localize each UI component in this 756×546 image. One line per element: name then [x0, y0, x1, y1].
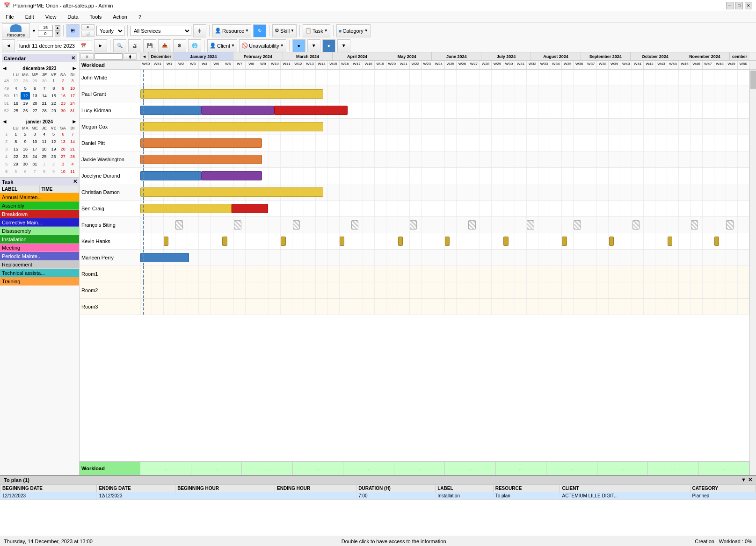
planned-bar[interactable] — [726, 220, 734, 230]
gantt-row[interactable]: Room2 — [80, 282, 749, 299]
task-bar[interactable] — [140, 171, 201, 180]
task-bar-kevin[interactable] — [562, 237, 567, 246]
task-bar-kevin[interactable] — [398, 237, 403, 246]
task-bar[interactable] — [140, 253, 189, 262]
task-item[interactable]: Breakdown — [0, 210, 79, 218]
toggle-btn-2[interactable]: ▼ — [307, 39, 320, 52]
task-bar-kevin[interactable] — [445, 237, 450, 246]
search-button[interactable]: 🔍 — [113, 39, 126, 52]
task-item[interactable]: Annual Mainten... — [0, 193, 79, 201]
planned-bar[interactable] — [175, 220, 183, 230]
list-view-button[interactable]: ≡ — [81, 24, 94, 30]
task-item[interactable]: Periodic Mainte... — [0, 252, 79, 260]
task-item[interactable]: Training — [0, 277, 79, 286]
planned-bar[interactable] — [293, 220, 300, 230]
resource-button[interactable]: Resource — [2, 23, 30, 38]
gantt-row[interactable]: Marleen Perry — [80, 250, 749, 266]
menu-tools[interactable]: Tools — [88, 13, 104, 21]
view-select[interactable]: Yearly Monthly Weekly — [96, 26, 124, 36]
gantt-sort-button[interactable]: ≡ — [80, 53, 94, 60]
scrollbar-thumb[interactable] — [750, 71, 756, 89]
filter-button[interactable]: ⧫ — [193, 24, 206, 37]
user2-button[interactable]: 👤 Client ▼ — [207, 39, 237, 52]
skill-button[interactable]: ⚙ Skill ▼ — [272, 24, 297, 37]
minimize-button[interactable]: ─ — [726, 2, 734, 9]
task-bar[interactable] — [140, 89, 323, 99]
grid-view-button[interactable]: ⊞ — [66, 24, 80, 37]
task-bar-kevin[interactable] — [503, 237, 508, 246]
planned-bar[interactable] — [468, 220, 476, 230]
gantt-row[interactable]: Jackie Washington — [80, 151, 749, 168]
gantt-row[interactable]: Kevin Hanks — [80, 233, 749, 250]
refresh-button[interactable]: ↻ — [253, 24, 266, 37]
spinner-1-input[interactable] — [38, 25, 52, 31]
export-button[interactable]: 📤 — [158, 39, 171, 52]
task-item[interactable]: Installation — [0, 235, 79, 244]
gantt-vscrollbar[interactable] — [749, 70, 756, 475]
gantt-row[interactable]: Ben Craig — [80, 201, 749, 217]
menu-file[interactable]: File — [4, 13, 16, 21]
nav-prev-button[interactable]: ◄ — [2, 39, 15, 52]
task-item[interactable]: Disassembly — [0, 227, 79, 235]
toplan-close[interactable]: ✕ — [748, 477, 752, 483]
toplan-row[interactable]: 12/12/2023 12/12/2023 7:00 Installation … — [0, 492, 756, 500]
spinner-1-up[interactable]: ▲ — [55, 25, 60, 31]
calendar-close[interactable]: ✕ — [71, 55, 75, 61]
task-bar[interactable] — [201, 106, 274, 115]
planned-bar[interactable] — [410, 220, 417, 230]
gantt-row[interactable]: Daniel Pitt — [80, 135, 749, 151]
chart-view-button[interactable]: 📊 — [81, 31, 94, 37]
task-bar[interactable] — [140, 106, 201, 115]
category-button[interactable]: ■ Category ▼ — [336, 24, 371, 37]
resource-filter-button[interactable]: 👤 Resource ▼ — [212, 24, 251, 37]
task-item[interactable]: Corrective Main... — [0, 218, 79, 227]
unavailability-button[interactable]: 🚫 Unavailability ▼ — [239, 39, 286, 52]
task-item[interactable]: Meeting — [0, 244, 79, 252]
cal-prev-jan[interactable]: ◄ — [2, 118, 7, 125]
task-bar-kevin[interactable] — [609, 237, 614, 246]
spinner-2-input[interactable] — [38, 31, 52, 36]
task-bar-kevin[interactable] — [281, 237, 285, 246]
menu-data[interactable]: Data — [65, 13, 80, 21]
task-bar-kevin[interactable] — [164, 237, 168, 246]
gantt-row[interactable]: François Biting — [80, 217, 749, 233]
task-button[interactable]: 📋 Task ▼ — [303, 24, 330, 37]
task-bar-kevin[interactable] — [222, 237, 227, 246]
gantt-scroll-left[interactable]: ◄ — [140, 52, 149, 60]
maximize-button[interactable]: □ — [735, 2, 743, 9]
planned-bar[interactable] — [234, 220, 241, 230]
gantt-filter-icon[interactable]: ⧫ — [124, 53, 137, 60]
cal-prev-dec[interactable]: ◄ — [2, 65, 7, 72]
task-bar[interactable] — [201, 171, 262, 180]
task-bar[interactable] — [140, 155, 262, 164]
toplan-collapse[interactable]: ▼ — [741, 477, 746, 483]
spinner-1-down[interactable]: ▼ — [55, 31, 60, 36]
task-item[interactable]: Assembly — [0, 201, 79, 210]
task-bar-kevin[interactable] — [340, 237, 344, 246]
globe-button[interactable]: 🌐 — [188, 39, 201, 52]
gantt-row[interactable]: Christian Damon — [80, 184, 749, 201]
cal-next-dec[interactable]: ► — [72, 65, 77, 72]
print-button[interactable]: 🖨 — [128, 39, 141, 52]
task-bar[interactable] — [140, 138, 262, 148]
task-bar-kevin[interactable] — [714, 237, 719, 246]
menu-view[interactable]: View — [44, 13, 58, 21]
gantt-row[interactable]: Paul Grant — [80, 86, 749, 102]
gantt-row[interactable]: Room3 — [80, 299, 749, 315]
task-bar[interactable] — [140, 204, 232, 213]
gantt-row[interactable]: Jocelyne Durand — [80, 168, 749, 184]
task-bar-kevin[interactable] — [668, 237, 672, 246]
planned-bar[interactable] — [527, 220, 534, 230]
close-button[interactable]: ✕ — [745, 2, 752, 9]
gantt-row[interactable]: John White — [80, 70, 749, 86]
task-bar[interactable] — [140, 122, 323, 131]
nav-next-button[interactable]: ► — [94, 39, 107, 52]
planned-bar[interactable] — [691, 220, 698, 230]
gantt-row[interactable]: Lucy Kidman — [80, 102, 749, 119]
task-close[interactable]: ✕ — [73, 179, 77, 185]
settings-button[interactable]: ⚙ — [173, 39, 186, 52]
gantt-row[interactable]: Room1 — [80, 266, 749, 282]
toggle-btn-3[interactable]: ● — [322, 39, 335, 52]
toggle-btn-1[interactable]: ● — [292, 39, 305, 52]
planned-bar[interactable] — [632, 220, 640, 230]
